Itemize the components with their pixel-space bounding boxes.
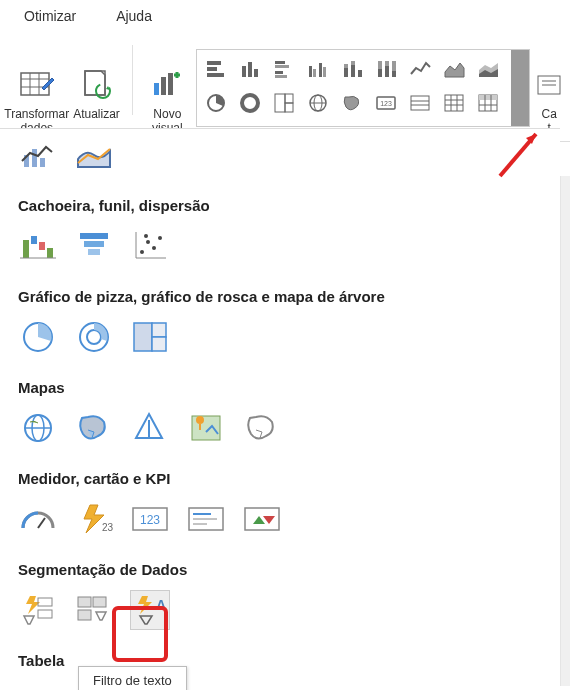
svg-rect-25 — [344, 64, 348, 68]
category-maps: Mapas — [0, 365, 560, 448]
refresh-page-icon — [79, 67, 115, 103]
svg-point-74 — [140, 250, 144, 254]
arcgis-map-icon[interactable] — [186, 408, 226, 448]
azure-map-icon[interactable] — [130, 408, 170, 448]
ribbon-toolbar: Transformar dados Atualizar Novo visual — [0, 32, 570, 142]
svg-rect-13 — [242, 66, 246, 77]
svg-rect-66 — [39, 242, 45, 250]
card-icon[interactable]: 123 — [373, 90, 399, 116]
svg-rect-23 — [323, 67, 326, 77]
svg-rect-82 — [134, 323, 152, 351]
donut-icon[interactable] — [237, 90, 263, 116]
svg-point-36 — [242, 95, 258, 111]
svg-rect-19 — [275, 75, 287, 78]
category-slicer: Segmentação de Dados A — [0, 547, 560, 630]
table-pencil-icon — [19, 67, 55, 103]
line-clustered-column-icon[interactable] — [18, 135, 58, 175]
pie-chart-icon[interactable] — [18, 317, 58, 357]
multirow-card-icon[interactable] — [407, 90, 433, 116]
gallery-expand-button[interactable] — [511, 50, 529, 126]
svg-rect-30 — [378, 69, 382, 77]
svg-rect-100 — [38, 610, 52, 618]
line-icon[interactable] — [407, 56, 433, 82]
svg-rect-16 — [275, 61, 285, 64]
svg-rect-22 — [319, 63, 322, 77]
visualization-gallery: 123 — [196, 49, 530, 127]
svg-rect-67 — [47, 248, 53, 258]
map-icon[interactable] — [305, 90, 331, 116]
globe-map-icon[interactable] — [18, 408, 58, 448]
treemap-icon[interactable] — [271, 90, 297, 116]
svg-rect-48 — [445, 95, 463, 111]
svg-rect-39 — [285, 103, 293, 112]
text-box-icon — [531, 67, 567, 103]
panel-scrollbar[interactable] — [560, 176, 570, 686]
line-stacked-column-icon[interactable] — [74, 135, 114, 175]
pie-icon[interactable] — [203, 90, 229, 116]
svg-rect-14 — [248, 62, 252, 77]
donut-chart-icon[interactable] — [74, 317, 114, 357]
svg-rect-38 — [285, 94, 293, 103]
clustered-column-icon[interactable] — [305, 56, 331, 82]
column-icon[interactable] — [237, 56, 263, 82]
button-slicer-icon[interactable] — [74, 590, 114, 630]
svg-point-76 — [152, 246, 156, 250]
svg-rect-8 — [161, 77, 166, 95]
svg-rect-102 — [93, 597, 106, 607]
table-icon[interactable] — [441, 90, 467, 116]
svg-rect-15 — [254, 69, 258, 77]
svg-rect-64 — [23, 240, 29, 258]
power-kpi-icon[interactable]: 23 — [74, 499, 114, 539]
svg-text:123: 123 — [380, 100, 392, 107]
slicer-icon[interactable] — [18, 590, 58, 630]
stacked-bar-icon[interactable] — [203, 56, 229, 82]
svg-rect-69 — [80, 233, 108, 239]
filled-map-icon[interactable] — [339, 90, 365, 116]
cat-title: Mapas — [18, 379, 542, 396]
svg-rect-99 — [38, 598, 52, 606]
svg-rect-12 — [207, 73, 224, 77]
svg-rect-7 — [154, 83, 159, 95]
visualization-dropdown-panel: Cachoeira, funil, dispersão Gráfico de p… — [0, 128, 560, 681]
svg-rect-98 — [245, 508, 279, 530]
cat-title: Gráfico de pizza, gráfico de rosca e map… — [18, 288, 542, 305]
area-icon[interactable] — [441, 56, 467, 82]
svg-point-6 — [96, 84, 110, 98]
gauge-icon[interactable] — [18, 499, 58, 539]
multirow-card-visual-icon[interactable] — [186, 499, 226, 539]
svg-text:123: 123 — [140, 513, 160, 527]
stacked-column-icon[interactable] — [339, 56, 365, 82]
svg-rect-10 — [207, 61, 221, 65]
svg-rect-32 — [385, 66, 389, 77]
waterfall-icon[interactable] — [18, 226, 58, 266]
cat-title: Cachoeira, funil, dispersão — [18, 197, 542, 214]
svg-rect-54 — [479, 95, 497, 100]
new-chart-icon — [149, 67, 185, 103]
scatter-icon[interactable] — [130, 226, 170, 266]
svg-rect-28 — [358, 70, 362, 77]
shape-map-icon[interactable] — [242, 408, 282, 448]
svg-rect-24 — [344, 68, 348, 77]
svg-point-77 — [158, 236, 162, 240]
svg-rect-62 — [32, 149, 37, 167]
kpi-icon[interactable] — [242, 499, 282, 539]
category-gauge: Medidor, cartão e KPI 23 123 — [0, 456, 560, 539]
stacked-column100-icon[interactable] — [373, 56, 399, 82]
svg-rect-27 — [351, 61, 355, 65]
treemap-chart-icon[interactable] — [130, 317, 170, 357]
stacked-area-icon[interactable] — [475, 56, 501, 82]
svg-point-89 — [196, 416, 204, 424]
clustered-bar-icon[interactable] — [271, 56, 297, 82]
svg-rect-11 — [207, 67, 217, 71]
filled-map-icon2[interactable] — [74, 408, 114, 448]
svg-rect-20 — [309, 66, 312, 77]
menu-optimize[interactable]: Otimizar — [24, 8, 76, 24]
text-filter-icon[interactable]: A — [130, 590, 170, 630]
matrix-icon[interactable] — [475, 90, 501, 116]
menu-help[interactable]: Ajuda — [116, 8, 152, 24]
svg-rect-71 — [88, 249, 100, 255]
card-visual-icon[interactable]: 123 — [130, 499, 170, 539]
funnel-icon[interactable] — [74, 226, 114, 266]
svg-rect-21 — [313, 69, 316, 77]
svg-rect-101 — [78, 597, 91, 607]
